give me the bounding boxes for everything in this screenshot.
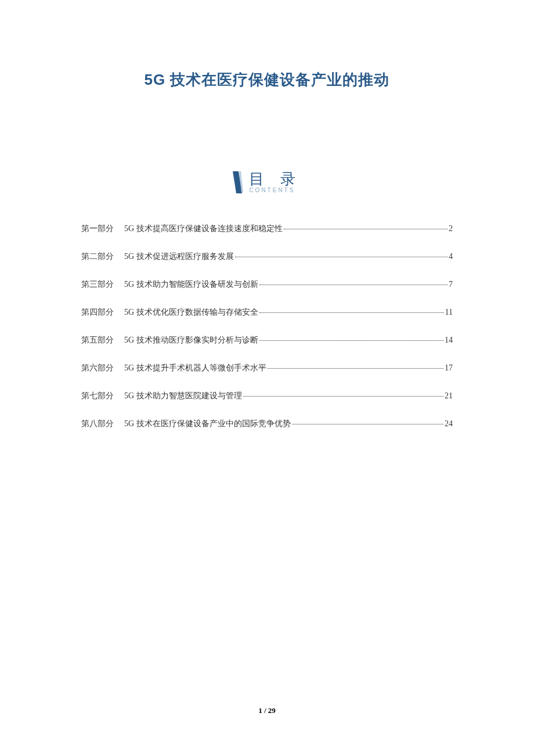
- toc-row[interactable]: 第二部分 5G 技术促进远程医疗服务发展 4: [81, 251, 453, 262]
- toc-leader-dots: [259, 312, 444, 313]
- toc-entry-text: 5G 技术提高医疗保健设备连接速度和稳定性: [124, 224, 283, 234]
- toc-page-number: 4: [449, 252, 453, 261]
- toc-leader-dots: [284, 229, 448, 229]
- toc-part-label: 第四部分: [81, 307, 114, 318]
- page-sep: /: [262, 706, 268, 715]
- toc-page-number: 2: [449, 224, 453, 233]
- toc-leader-dots: [243, 396, 443, 397]
- toc-row[interactable]: 第五部分 5G 技术推动医疗影像实时分析与诊断 14: [81, 335, 453, 345]
- toc-row[interactable]: 第四部分 5G 技术优化医疗数据传输与存储安全 11: [81, 307, 453, 318]
- document-title: 5G 技术在医疗保健设备产业的推动: [75, 70, 459, 90]
- toc-page-number: 7: [449, 280, 453, 289]
- toc-leader-dots: [292, 424, 443, 424]
- toc-row[interactable]: 第三部分 5G 技术助力智能医疗设备研发与创新 7: [81, 279, 453, 290]
- toc-part-label: 第一部分: [81, 224, 114, 234]
- toc-row[interactable]: 第八部分 5G 技术在医疗保健设备产业中的国际竞争优势 24: [81, 419, 453, 429]
- toc-page-number: 17: [445, 363, 453, 373]
- toc-entry-text: 5G 技术提升手术机器人等微创手术水平: [124, 363, 266, 373]
- toc-page-number: 14: [445, 336, 453, 345]
- toc-title: 目 录: [249, 171, 301, 186]
- toc-part-label: 第三部分: [81, 279, 114, 290]
- toc-part-label: 第六部分: [81, 363, 114, 373]
- toc-leader-dots: [259, 285, 448, 285]
- document-page: 5G 技术在医疗保健设备产业的推动 目 录 CONTENTS 第一部分 5G 技…: [0, 0, 534, 756]
- toc-title-box: 目 录 CONTENTS: [249, 171, 301, 193]
- toc-leader-dots: [268, 368, 443, 369]
- toc-part-label: 第七部分: [81, 391, 114, 401]
- toc-part-label: 第八部分: [81, 419, 114, 429]
- toc-part-label: 第二部分: [81, 251, 114, 262]
- toc-entry-text: 5G 技术助力智慧医院建设与管理: [124, 391, 242, 401]
- toc-header: 目 录 CONTENTS: [75, 171, 459, 195]
- toc-row[interactable]: 第一部分 5G 技术提高医疗保健设备连接速度和稳定性 2: [81, 224, 453, 234]
- page-footer: 1 / 29: [0, 706, 534, 715]
- toc-page-number: 11: [445, 308, 453, 317]
- toc-page-number: 24: [445, 419, 453, 429]
- toc-leader-dots: [235, 257, 448, 257]
- toc-row[interactable]: 第七部分 5G 技术助力智慧医院建设与管理 21: [81, 391, 453, 401]
- toc-part-label: 第五部分: [81, 335, 114, 345]
- toc-list: 第一部分 5G 技术提高医疗保健设备连接速度和稳定性 2 第二部分 5G 技术促…: [75, 224, 459, 429]
- toc-entry-text: 5G 技术优化医疗数据传输与存储安全: [124, 307, 258, 318]
- toc-subtitle: CONTENTS: [249, 188, 301, 193]
- toc-entry-text: 5G 技术在医疗保健设备产业中的国际竞争优势: [124, 419, 291, 429]
- toc-page-number: 21: [445, 391, 453, 401]
- toc-leader-dots: [259, 340, 443, 341]
- toc-entry-text: 5G 技术推动医疗影像实时分析与诊断: [124, 335, 258, 345]
- toc-entry-text: 5G 技术促进远程医疗服务发展: [124, 251, 234, 262]
- toc-entry-text: 5G 技术助力智能医疗设备研发与创新: [124, 279, 258, 290]
- toc-marker-icon: [233, 171, 243, 195]
- page-total: 29: [268, 706, 276, 715]
- toc-row[interactable]: 第六部分 5G 技术提升手术机器人等微创手术水平 17: [81, 363, 453, 373]
